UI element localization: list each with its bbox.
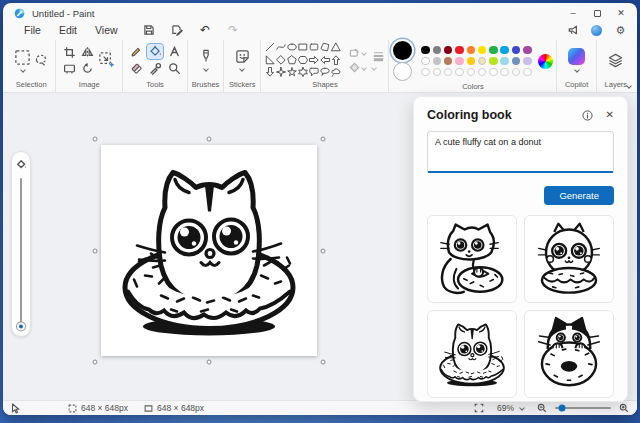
palette-color-swatch[interactable] [489,57,498,66]
diamond-shape-icon[interactable] [275,54,286,67]
dropdown-chevron-icon[interactable] [20,67,26,73]
free-form-selection-icon[interactable] [34,53,48,67]
palette-color-swatch[interactable] [500,46,509,55]
palette-empty-slot[interactable] [467,68,476,77]
cloud-callout-shape-icon[interactable] [330,66,341,79]
five-point-star-shape-icon[interactable] [286,66,297,79]
rounded-rectangle-shape-icon[interactable] [308,41,319,54]
four-point-star-shape-icon[interactable] [275,66,286,79]
oval-shape-icon[interactable] [286,41,297,54]
selection-handle[interactable] [207,137,212,142]
hexagon-shape-icon[interactable] [297,54,308,67]
line-shape-icon[interactable] [264,41,275,54]
sticker-icon[interactable] [235,49,250,64]
palette-color-swatch[interactable] [489,46,498,55]
prompt-input[interactable]: A cute fluffy cat on a donut [427,131,614,173]
selection-handle[interactable] [93,360,98,365]
down-arrow-shape-icon[interactable] [264,66,275,79]
marquee-icon[interactable] [63,62,77,75]
save-icon[interactable] [143,24,156,37]
palette-color-swatch[interactable] [444,57,453,66]
thumbnail-cat-hugging-donut[interactable] [427,215,517,303]
thumbnail-cat-head-in-donut[interactable] [427,310,517,398]
palette-color-swatch[interactable] [500,57,509,66]
menu-file[interactable]: File [15,22,50,38]
crop-icon[interactable] [63,46,77,59]
palette-color-swatch[interactable] [433,46,442,55]
palette-empty-slot[interactable] [489,68,498,77]
palette-color-swatch[interactable] [421,57,430,66]
brush-icon[interactable] [199,49,213,64]
selection-handle[interactable] [93,137,98,142]
right-arrow-shape-icon[interactable] [308,54,319,67]
zoom-in-icon[interactable] [619,403,629,413]
palette-color-swatch[interactable] [478,57,487,66]
palette-empty-slot[interactable] [433,68,442,77]
oval-callout-shape-icon[interactable] [319,66,330,79]
palette-color-swatch[interactable] [433,57,442,66]
pencil-icon[interactable] [128,44,144,59]
thumbnail-black-white-cat-behind-donut[interactable] [524,310,614,398]
palette-color-swatch[interactable] [455,57,464,66]
eraser-icon[interactable] [128,61,144,76]
settings-gear-icon[interactable]: ⚙ [614,24,627,37]
selection-handle[interactable] [321,360,326,365]
redo-icon[interactable]: ↷ [227,24,240,37]
six-point-star-shape-icon[interactable] [297,66,308,79]
save-as-icon[interactable] [171,24,184,37]
zoom-slider[interactable] [555,407,611,409]
line-size-icon[interactable] [372,50,385,62]
lightning-shape-icon[interactable] [275,79,286,80]
rounded-callout-shape-icon[interactable] [308,66,319,79]
drawing-canvas[interactable] [101,145,317,356]
size-slider[interactable] [20,178,22,328]
triangle-shape-icon[interactable] [330,41,341,54]
selection-handle[interactable] [321,137,326,142]
palette-empty-slot[interactable] [455,68,464,77]
palette-color-swatch[interactable] [512,57,521,66]
palette-empty-slot[interactable] [478,68,487,77]
palette-color-swatch[interactable] [444,46,453,55]
thumbnail-fluffy-cat-on-donut[interactable] [524,215,614,303]
dropdown-chevron-icon[interactable] [574,67,580,73]
palette-empty-slot[interactable] [512,68,521,77]
palette-color-swatch[interactable] [421,46,430,55]
layers-icon[interactable] [607,52,624,69]
magnifier-icon[interactable] [166,61,182,76]
feedback-icon[interactable] [566,24,579,37]
left-arrow-shape-icon[interactable] [319,54,330,67]
menu-view[interactable]: View [86,22,127,38]
shape-outline-icon[interactable] [349,47,366,58]
zoom-level-dropdown[interactable]: 69% [492,402,529,414]
flip-icon[interactable] [81,46,95,59]
color2-swatch[interactable] [393,62,412,81]
resize-icon[interactable] [98,51,116,69]
palette-color-swatch[interactable] [523,57,532,66]
curve-shape-icon[interactable] [275,41,286,54]
fill-icon[interactable] [147,44,163,59]
close-icon[interactable]: ✕ [609,6,633,20]
selection-handle[interactable] [321,248,326,253]
polygon-shape-icon[interactable] [319,41,330,54]
up-arrow-shape-icon[interactable] [330,54,341,67]
dropdown-chevron-icon[interactable] [203,66,209,72]
account-avatar[interactable] [591,25,602,36]
palette-color-swatch[interactable] [455,46,464,55]
dropdown-chevron-icon[interactable] [239,66,245,72]
palette-color-swatch[interactable] [467,46,476,55]
menu-edit[interactable]: Edit [50,22,86,38]
palette-color-swatch[interactable] [512,46,521,55]
palette-color-swatch[interactable] [478,46,487,55]
palette-empty-slot[interactable] [500,68,509,77]
rotate-icon[interactable] [81,62,95,75]
undo-icon[interactable]: ↶ [199,24,212,37]
selection-handle[interactable] [207,360,212,365]
minimize-icon[interactable]: – [561,6,585,20]
maximize-icon[interactable] [585,6,609,20]
dropdown-chevron-icon[interactable] [372,65,378,71]
zoom-out-icon[interactable] [537,403,547,413]
edit-colors-wheel-icon[interactable] [538,54,553,69]
palette-empty-slot[interactable] [444,68,453,77]
heart-shape-icon[interactable] [264,79,275,80]
selection-handle[interactable] [93,248,98,253]
